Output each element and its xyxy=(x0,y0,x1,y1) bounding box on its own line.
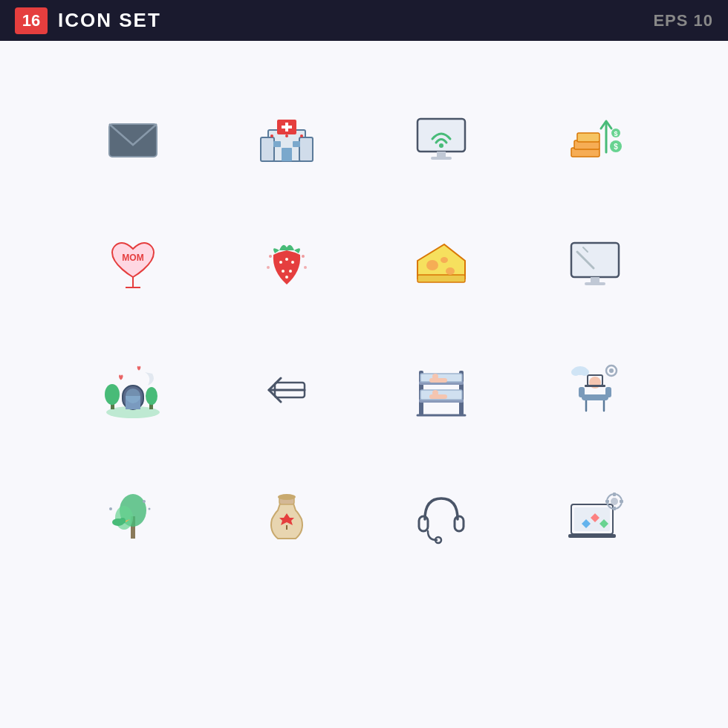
page-container: 16 ICON SET EPS 10 xyxy=(0,0,728,728)
svg-point-52 xyxy=(146,387,157,405)
svg-point-94 xyxy=(435,537,441,543)
bunk-bed-icon xyxy=(412,360,471,420)
svg-rect-67 xyxy=(429,394,447,399)
icon-cell-computer-gems xyxy=(522,457,669,576)
header-bar: 16 ICON SET EPS 10 xyxy=(0,0,728,41)
svg-rect-39 xyxy=(417,275,465,282)
svg-point-55 xyxy=(126,389,140,403)
svg-point-31 xyxy=(291,261,294,264)
wifi-monitor-icon xyxy=(412,108,471,167)
svg-text:$: $ xyxy=(614,143,618,151)
icon-cell-night-scene xyxy=(59,331,207,449)
computer-gems-icon xyxy=(565,487,625,546)
header-title: ICON SET xyxy=(58,9,161,32)
icon-cell-wifi-monitor xyxy=(368,78,515,197)
svg-point-35 xyxy=(269,255,272,258)
gold-bars-icon: $ $ xyxy=(565,108,625,167)
svg-point-82 xyxy=(115,506,133,530)
svg-rect-46 xyxy=(591,277,599,283)
svg-point-32 xyxy=(282,270,285,273)
svg-point-12 xyxy=(285,134,288,137)
svg-point-36 xyxy=(302,255,305,258)
svg-rect-93 xyxy=(455,516,464,531)
svg-point-34 xyxy=(285,276,288,279)
svg-rect-4 xyxy=(299,137,313,161)
svg-point-41 xyxy=(446,267,455,275)
svg-point-38 xyxy=(304,266,307,269)
icon-cell-arrow-left xyxy=(214,331,361,449)
svg-rect-65 xyxy=(429,378,447,383)
envelope-icon xyxy=(103,108,163,167)
svg-rect-69 xyxy=(582,394,608,400)
svg-point-33 xyxy=(289,270,292,273)
work-home-icon xyxy=(565,360,625,420)
svg-point-29 xyxy=(279,261,282,264)
svg-point-102 xyxy=(611,498,618,505)
maple-vase-icon xyxy=(257,487,316,546)
icon-cell-nature xyxy=(59,457,207,576)
svg-rect-96 xyxy=(568,534,616,538)
icon-grid: $ $ MOM xyxy=(0,41,728,605)
svg-rect-74 xyxy=(585,385,605,387)
svg-point-42 xyxy=(441,257,448,263)
mom-heart-icon: MOM xyxy=(103,234,163,293)
arrow-left-icon xyxy=(257,360,316,420)
svg-point-30 xyxy=(285,258,288,261)
svg-rect-7 xyxy=(282,126,292,129)
svg-point-79 xyxy=(580,368,589,376)
strawberry-icon xyxy=(257,234,316,293)
icon-cell-monitor xyxy=(522,204,669,323)
svg-point-88 xyxy=(109,507,112,510)
icon-cell-work-home xyxy=(522,331,669,449)
icon-cell-mom-heart: MOM xyxy=(59,204,207,323)
svg-point-40 xyxy=(426,260,438,270)
svg-text:$: $ xyxy=(614,130,618,137)
svg-point-87 xyxy=(148,508,150,510)
icon-cell-headset xyxy=(368,457,515,576)
svg-rect-15 xyxy=(437,152,446,157)
header-eps-label: EPS 10 xyxy=(653,11,713,30)
icon-cell-strawberry xyxy=(214,204,361,323)
svg-rect-9 xyxy=(293,141,300,147)
svg-rect-103 xyxy=(613,493,616,496)
night-scene-icon xyxy=(103,360,163,420)
svg-point-37 xyxy=(267,266,270,269)
icon-cell-cheese xyxy=(368,204,515,323)
svg-rect-16 xyxy=(431,157,452,160)
monitor-plain-icon xyxy=(565,234,625,293)
svg-point-86 xyxy=(143,500,146,503)
svg-rect-70 xyxy=(579,387,585,397)
svg-rect-71 xyxy=(605,387,611,397)
header-badge: 16 xyxy=(15,7,48,34)
svg-point-11 xyxy=(270,134,273,137)
icon-cell-gold-bars: $ $ xyxy=(522,78,669,197)
icon-cell-bunk-bed xyxy=(368,331,515,449)
svg-rect-10 xyxy=(282,148,292,161)
headset-icon xyxy=(412,487,471,546)
svg-point-78 xyxy=(571,368,580,376)
cheese-icon xyxy=(412,234,471,293)
svg-rect-8 xyxy=(273,141,281,147)
hospital-icon xyxy=(257,108,316,167)
svg-rect-20 xyxy=(577,133,599,142)
svg-rect-104 xyxy=(613,507,616,510)
svg-point-84 xyxy=(120,518,126,524)
svg-text:MOM: MOM xyxy=(122,253,143,263)
svg-rect-43 xyxy=(571,243,619,277)
svg-rect-47 xyxy=(585,282,605,285)
icon-cell-envelope xyxy=(59,78,207,197)
icon-cell-maple-vase xyxy=(214,457,361,576)
icon-cell-hospital xyxy=(214,78,361,197)
nature-bird-icon xyxy=(103,487,163,546)
svg-rect-105 xyxy=(605,500,609,503)
main-content: $ $ MOM xyxy=(0,41,728,728)
svg-rect-3 xyxy=(261,137,274,161)
svg-rect-0 xyxy=(109,124,157,157)
svg-point-17 xyxy=(439,143,443,148)
svg-rect-92 xyxy=(419,516,428,531)
svg-point-76 xyxy=(609,368,614,373)
svg-point-50 xyxy=(105,384,120,405)
svg-point-90 xyxy=(278,494,296,500)
svg-point-13 xyxy=(300,134,303,137)
svg-rect-106 xyxy=(620,500,623,503)
